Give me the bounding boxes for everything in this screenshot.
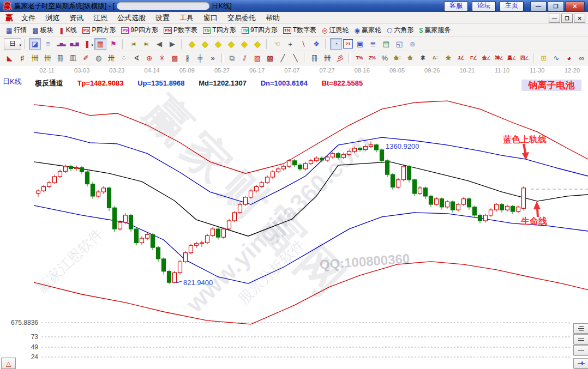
image-view-icon[interactable]: ▤ — [380, 38, 392, 50]
slash-line-icon[interactable]: ╱ — [277, 52, 289, 64]
moon-chart-icon[interactable]: ◔ — [330, 38, 342, 50]
angle-draw-icon[interactable]: ∖ — [297, 38, 309, 50]
frame-tool-icon[interactable]: ⧉ — [226, 52, 238, 64]
mdi-close-button[interactable]: ✕ — [574, 14, 585, 23]
diamond-plus-icon[interactable]: ◆ — [212, 38, 224, 50]
dot-grid-icon[interactable]: ⁘ — [118, 52, 130, 64]
f-line-icon[interactable]: F∠ — [468, 52, 479, 64]
red-frame-icon[interactable]: ▦ — [94, 38, 106, 50]
p-square-button[interactable]: PSP四方形 — [82, 26, 116, 35]
skip-end-icon[interactable]: ▶| — [140, 38, 152, 50]
hand-drag-icon[interactable]: ☜ — [271, 38, 283, 50]
menu-tools[interactable]: 工具 — [175, 13, 199, 23]
mdi-restore-button[interactable]: ❐ — [561, 14, 573, 23]
customer-service-button[interactable]: 客服 — [444, 1, 468, 11]
a-eq-icon[interactable]: A= — [430, 52, 441, 64]
step-forward-icon[interactable]: ▶ — [166, 38, 178, 50]
grab-icon[interactable]: 拿 — [417, 52, 428, 64]
fill-box-icon[interactable]: ▩ — [265, 52, 276, 64]
backslash-line-icon[interactable]: ╲ — [290, 52, 301, 64]
overlay-toggle-button[interactable]: △ — [1, 358, 16, 369]
red-pie-icon[interactable]: ◕ — [563, 52, 575, 64]
red-loop-icon[interactable]: ∞ — [576, 52, 587, 64]
grid-flat-icon[interactable]: 皿 — [67, 52, 79, 64]
panel-splitter-button[interactable] — [573, 358, 588, 368]
sectors-button[interactable]: ▩板块 — [32, 26, 53, 35]
gold-line-icon[interactable]: 金∠ — [481, 52, 492, 64]
t-square-button[interactable]: TST四方形 — [203, 26, 236, 35]
flag-icon[interactable]: ⚑ — [107, 38, 119, 50]
diamond-burst-icon[interactable]: ◆ — [251, 38, 263, 50]
j-line-icon[interactable]: J∠ — [455, 52, 466, 64]
grid-tall-icon[interactable]: 冊 — [55, 52, 66, 64]
p-number-table-button[interactable]: PNP数字表 — [164, 26, 197, 35]
winner-service-button[interactable]: $赢家服务 — [419, 26, 451, 35]
t-percent-icon[interactable]: T% — [353, 52, 365, 64]
monitor-icon[interactable]: ▣ — [354, 38, 366, 50]
annotation-sodium-battery[interactable]: 钠离子电池 — [521, 80, 581, 91]
brush-icon[interactable]: ✐ — [80, 52, 92, 64]
menu-gann[interactable]: 江恩 — [88, 13, 112, 23]
t-number-table-button[interactable]: TNT数字表 — [283, 26, 316, 35]
god-line-icon[interactable]: 神∠ — [493, 52, 505, 64]
star-target-icon[interactable]: ✳ — [156, 52, 167, 64]
menu-formula-pick[interactable]: 公式选股 — [112, 13, 151, 23]
strokes-icon[interactable]: 彡 — [334, 52, 346, 64]
gold-icon[interactable]: 金 — [404, 52, 416, 64]
more-chevron-icon[interactable]: » — [207, 52, 219, 64]
grid-plus-icon[interactable]: ⊞ — [538, 52, 549, 64]
hatch-target-icon[interactable]: ▩ — [169, 52, 181, 64]
list-doc-icon[interactable]: ≣ — [367, 38, 379, 50]
hash-b-icon[interactable]: 卅 — [105, 52, 117, 64]
diamond-cross-icon[interactable]: ◆ — [225, 38, 237, 50]
diamond-left-icon[interactable]: ◆ — [186, 38, 198, 50]
win-line-icon[interactable]: 赢∠ — [506, 52, 517, 64]
gann-grid-a-icon[interactable]: 卌 — [29, 52, 41, 64]
fold-angle-icon[interactable]: ∢ — [131, 52, 142, 64]
percent-icon[interactable]: % — [379, 52, 391, 64]
chart-canvas[interactable] — [0, 65, 588, 369]
winner-wheel-button[interactable]: ◉赢家轮 — [355, 26, 381, 35]
gold-eq-icon[interactable]: 金= — [392, 52, 403, 64]
z-percent-icon[interactable]: Z% — [366, 52, 377, 64]
menu-help[interactable]: 帮助 — [261, 13, 285, 23]
menu-settings[interactable]: 设置 — [151, 13, 175, 23]
calendar-21-icon[interactable]: 21 — [343, 39, 353, 49]
circle-grid-icon[interactable]: ◍ — [93, 52, 104, 64]
mdi-minimize-button[interactable]: — — [549, 14, 560, 23]
menu-file[interactable]: 文件 — [16, 13, 40, 23]
minimize-button[interactable]: — — [530, 1, 547, 11]
four-line-icon[interactable]: 四∠ — [519, 52, 530, 64]
9t-square-button[interactable]: T99T四方形 — [242, 26, 278, 35]
bars-small-b-icon[interactable]: ▅▂▆ — [68, 38, 80, 50]
9p-square-button[interactable]: P99P四方形 — [121, 26, 158, 35]
quan-icon[interactable]: 全 — [442, 52, 454, 64]
panel-three-lines-button[interactable] — [573, 323, 588, 334]
slash-hatch-icon[interactable]: ⫽ — [239, 52, 250, 64]
kline-button[interactable]: ❚K线 — [59, 26, 77, 35]
bars-small-a-icon[interactable]: ▂▅▃ — [55, 38, 67, 50]
step-back-icon[interactable]: ◀ — [153, 38, 165, 50]
paint-tool-icon[interactable]: ◣ — [4, 52, 15, 64]
skip-start-icon[interactable]: |◀ — [127, 38, 139, 50]
wave-icon[interactable]: ∿ — [550, 52, 562, 64]
gann-wheel-button[interactable]: ◎江恩轮 — [322, 26, 349, 35]
close-button[interactable]: ✕ — [565, 1, 585, 11]
zigzag-window-icon[interactable]: ◪ — [29, 38, 41, 50]
col-grid-b-icon[interactable]: 卌 — [322, 52, 333, 64]
period-day-icon[interactable]: 日▾ — [4, 38, 21, 50]
pattern-box-icon[interactable]: ❖ — [310, 38, 322, 50]
chart-edit-icon[interactable]: ◱ — [393, 38, 405, 50]
candle-period-icon[interactable]: ❚▾ — [81, 38, 93, 50]
hash-grid-icon[interactable]: ♯ — [16, 52, 28, 64]
hexagon-button[interactable]: ⬡六角形 — [387, 26, 413, 35]
menu-news[interactable]: 资讯 — [64, 13, 88, 23]
doc-note-icon[interactable]: ≡ — [42, 38, 54, 50]
homepage-button[interactable]: 主页 — [500, 1, 524, 11]
cross-grid-icon[interactable]: ╪ — [194, 52, 206, 64]
forum-button[interactable]: 论坛 — [472, 1, 496, 11]
menu-browse[interactable]: 浏览 — [40, 13, 64, 23]
col-grid-a-icon[interactable]: 冊 — [309, 52, 320, 64]
panel-one-line-button[interactable] — [573, 345, 588, 355]
gann-grid-b-icon[interactable]: 卌 — [42, 52, 53, 64]
